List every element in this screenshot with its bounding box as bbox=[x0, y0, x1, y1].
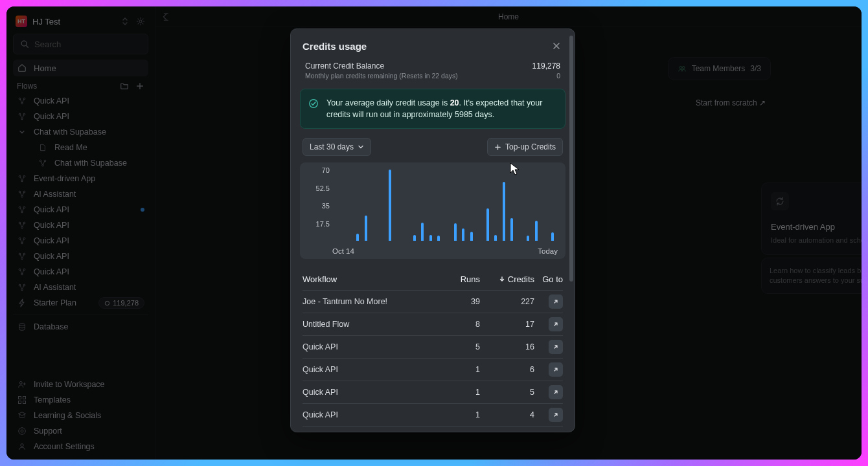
x-tick-start: Oct 14 bbox=[332, 247, 354, 255]
cursor-icon bbox=[509, 162, 521, 176]
col-credits[interactable]: Credits bbox=[480, 274, 534, 284]
goto-button[interactable] bbox=[549, 340, 563, 354]
close-button[interactable] bbox=[550, 39, 563, 52]
y-tick: 17.5 bbox=[300, 220, 330, 228]
notice-text-pre: Your average daily credit usage is bbox=[326, 98, 450, 107]
cell-workflow: Quick API bbox=[303, 410, 446, 419]
arrow-down-icon bbox=[499, 276, 505, 282]
cell-runs: 8 bbox=[446, 320, 480, 329]
goto-button[interactable] bbox=[549, 385, 563, 399]
table-header: Workflow Runs Credits Go to bbox=[303, 268, 563, 291]
cell-credits: 4 bbox=[480, 410, 534, 419]
plus-icon bbox=[494, 144, 501, 151]
cell-workflow: Quick API bbox=[303, 342, 446, 351]
chart-bar[interactable] bbox=[413, 235, 416, 241]
cell-credits: 17 bbox=[480, 320, 534, 329]
chart-bar[interactable] bbox=[389, 170, 391, 241]
goto-button[interactable] bbox=[549, 294, 563, 309]
cell-runs: 1 bbox=[446, 365, 480, 374]
chart-bar[interactable] bbox=[527, 236, 529, 241]
table-row: Quick API516 bbox=[303, 336, 563, 359]
chart-bar[interactable] bbox=[503, 182, 505, 241]
arrow-up-right-icon bbox=[553, 321, 559, 327]
table-row: Joe - Tantrum No More!39227 bbox=[303, 291, 563, 313]
chart-bar[interactable] bbox=[494, 235, 497, 241]
y-tick: 35 bbox=[300, 202, 330, 210]
goto-button[interactable] bbox=[549, 408, 563, 422]
balance-value: 119,278 bbox=[532, 61, 560, 71]
topup-label: Top-up Credits bbox=[505, 142, 556, 151]
check-circle-icon bbox=[308, 98, 319, 109]
table-row: Untitled Flow817 bbox=[303, 313, 563, 336]
cell-credits: 5 bbox=[480, 388, 534, 397]
chart-bar[interactable] bbox=[365, 216, 367, 241]
balance-secondary-value: 0 bbox=[532, 72, 560, 80]
arrow-up-right-icon bbox=[553, 298, 559, 305]
chart-bar[interactable] bbox=[486, 208, 489, 241]
col-runs[interactable]: Runs bbox=[446, 274, 480, 284]
cell-workflow: Untitled Flow bbox=[303, 320, 446, 329]
cell-credits: 16 bbox=[480, 342, 534, 351]
x-tick-end: Today bbox=[538, 247, 558, 255]
arrow-up-right-icon bbox=[553, 412, 559, 418]
chart-bar[interactable] bbox=[356, 234, 359, 241]
chart-bar[interactable] bbox=[535, 221, 538, 241]
credits-usage-modal: Credits usage Current Credit Balance Mon… bbox=[290, 28, 575, 432]
chart-bar[interactable] bbox=[551, 232, 554, 241]
table-row: Quick API14 bbox=[303, 404, 563, 427]
topup-credits-button[interactable]: Top-up Credits bbox=[487, 138, 563, 156]
goto-button[interactable] bbox=[549, 362, 563, 377]
chart-bar[interactable] bbox=[437, 236, 440, 241]
balance-label: Current Credit Balance bbox=[305, 61, 458, 71]
cell-workflow: Quick API bbox=[303, 365, 446, 374]
cell-workflow: Quick API bbox=[303, 388, 446, 397]
close-icon bbox=[553, 42, 560, 50]
usage-forecast-notice: Your average daily credit usage is 20. I… bbox=[300, 89, 565, 129]
cell-workflow: Joe - Tantrum No More! bbox=[303, 297, 446, 306]
arrow-up-right-icon bbox=[553, 344, 559, 350]
cell-runs: 1 bbox=[446, 410, 480, 419]
arrow-up-right-icon bbox=[553, 389, 559, 395]
table-row: Quick API16 bbox=[303, 359, 563, 381]
chart-bar[interactable] bbox=[510, 218, 513, 241]
modal-scrollbar[interactable] bbox=[569, 36, 573, 425]
col-workflow[interactable]: Workflow bbox=[303, 274, 446, 284]
y-tick: 52.5 bbox=[300, 184, 330, 192]
modal-title: Credits usage bbox=[303, 41, 367, 52]
chevron-down-icon bbox=[358, 144, 364, 150]
date-range-label: Last 30 days bbox=[310, 142, 354, 151]
chart-bar[interactable] bbox=[462, 228, 464, 241]
date-range-select[interactable]: Last 30 days bbox=[303, 138, 371, 156]
balance-sublabel: Monthly plan credits remaining (Resets i… bbox=[305, 72, 458, 80]
chart-bar[interactable] bbox=[421, 223, 424, 241]
workflow-usage-table: Workflow Runs Credits Go to Joe - Tantru… bbox=[291, 265, 575, 432]
notice-text-bold: 20 bbox=[450, 98, 459, 107]
goto-button[interactable] bbox=[549, 317, 563, 331]
col-goto: Go to bbox=[534, 274, 563, 284]
y-tick: 70 bbox=[300, 166, 330, 174]
cell-runs: 5 bbox=[446, 342, 480, 351]
table-row: Quick API15 bbox=[303, 381, 563, 404]
cell-credits: 6 bbox=[480, 365, 534, 374]
usage-chart: Oct 14 Today 17.53552.570 bbox=[300, 162, 565, 259]
arrow-up-right-icon bbox=[553, 366, 559, 373]
chart-bar[interactable] bbox=[429, 235, 432, 241]
cell-runs: 1 bbox=[446, 388, 480, 397]
cell-runs: 39 bbox=[446, 297, 480, 306]
cell-credits: 227 bbox=[480, 297, 534, 306]
chart-bar[interactable] bbox=[454, 223, 457, 241]
chart-bar[interactable] bbox=[470, 232, 473, 241]
credit-balance-row: Current Credit Balance Monthly plan cred… bbox=[291, 59, 575, 85]
